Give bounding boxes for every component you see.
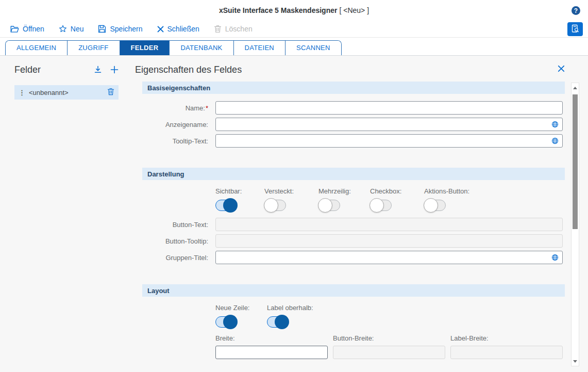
tab-dateien[interactable]: DATEIEN — [234, 41, 285, 55]
sichtbar-toggle[interactable] — [215, 200, 237, 211]
toggle-knob — [223, 315, 238, 329]
new-button[interactable]: Neu — [59, 25, 84, 33]
button-text-label: Button-Text: — [142, 221, 208, 229]
new-label: Neu — [71, 25, 84, 33]
globe-icon[interactable] — [551, 121, 559, 130]
anzeigename-input[interactable] — [215, 118, 563, 131]
properties-sections: Basiseigenschaften Name:* Anzeigename: T… — [142, 82, 565, 359]
title-bar: xSuite Interface 5 Maskendesigner[ <Neu>… — [0, 0, 588, 21]
layout-toggle-row: Neue Zeile: Label oberhalb: — [215, 304, 565, 328]
label-breite-col: Label-Breite: — [450, 334, 563, 359]
breite-input[interactable] — [215, 346, 328, 359]
name-label: Name:* — [142, 104, 208, 112]
globe-icon[interactable] — [551, 254, 559, 263]
gruppen-titel-input[interactable] — [215, 251, 563, 264]
tab-scannen[interactable]: SCANNEN — [285, 41, 341, 55]
label-breite-input — [450, 346, 563, 359]
button-tooltip-field-row: Button-Tooltip: — [142, 234, 565, 248]
tab-zugriff[interactable]: ZUGRIFF — [68, 41, 120, 55]
button-tooltip-input — [215, 234, 563, 248]
button-text-input — [215, 218, 563, 231]
gruppen-titel-field-row: Gruppen-Titel: — [142, 251, 565, 264]
save-label: Speichern — [110, 25, 142, 33]
checkbox-toggle[interactable] — [370, 200, 392, 211]
close-button[interactable]: Schließen — [157, 25, 199, 33]
sichtbar-toggle-group: Sichtbar: — [215, 187, 264, 211]
scroll-down-arrow-icon[interactable] — [572, 358, 579, 365]
fields-panel-title: Felder — [14, 64, 41, 75]
form-preview-button[interactable] — [567, 22, 583, 36]
label-oberhalb-toggle[interactable] — [267, 316, 289, 328]
open-label: Öffnen — [23, 25, 44, 33]
download-icon[interactable] — [94, 66, 102, 74]
star-icon — [59, 25, 67, 33]
field-item-label: <unbenannt> — [29, 89, 69, 96]
anzeigename-label: Anzeigename: — [142, 121, 208, 128]
tab-felder[interactable]: FELDER — [120, 41, 170, 55]
checkbox-toggle-group: Checkbox: — [370, 187, 424, 211]
save-icon — [98, 25, 106, 33]
app-title: xSuite Interface 5 Maskendesigner — [219, 6, 338, 14]
close-x-icon — [157, 26, 164, 33]
toggle-knob — [264, 198, 278, 213]
properties-panel: Eigenschaften des Feldes Basiseigenschaf… — [135, 62, 565, 372]
tooltip-text-field-row: Tooltip-Text: — [142, 134, 565, 148]
label-oberhalb-toggle-group: Label oberhalb: — [267, 304, 313, 328]
toggle-knob — [369, 198, 384, 213]
tab-allgemein[interactable]: ALLGEMEIN — [6, 41, 68, 55]
gruppen-titel-label: Gruppen-Titel: — [142, 254, 208, 262]
properties-panel-header: Eigenschaften des Feldes — [135, 62, 565, 77]
add-field-icon[interactable] — [110, 66, 119, 74]
open-button[interactable]: Öffnen — [10, 25, 44, 33]
required-marker: * — [206, 104, 208, 112]
delete-label: Löschen — [225, 25, 253, 33]
versteckt-label: Versteckt: — [264, 187, 318, 195]
mehrzeilig-toggle-group: Mehrzeilig: — [318, 187, 370, 211]
page-title: xSuite Interface 5 Maskendesigner[ <Neu>… — [219, 6, 369, 14]
breite-label: Breite: — [215, 334, 328, 342]
name-input[interactable] — [215, 101, 563, 115]
scroll-up-arrow-icon[interactable] — [572, 84, 579, 91]
toggle-knob — [424, 198, 438, 213]
tooltip-text-input[interactable] — [215, 134, 563, 148]
delete-field-icon[interactable] — [107, 88, 114, 98]
help-icon[interactable]: ? — [572, 6, 580, 15]
globe-icon[interactable] — [551, 137, 559, 147]
save-button[interactable]: Speichern — [98, 25, 142, 33]
checkbox-label: Checkbox: — [370, 187, 424, 195]
delete-button: Löschen — [214, 25, 253, 33]
name-field-row: Name:* — [142, 101, 565, 115]
scrollbar-thumb[interactable] — [573, 94, 578, 229]
vertical-scrollbar[interactable] — [571, 83, 579, 366]
mehrzeilig-toggle[interactable] — [318, 200, 340, 211]
toolbar: Öffnen Neu Speichern Schließen Löschen — [0, 21, 588, 38]
document-search-icon — [572, 24, 579, 35]
button-text-field-row: Button-Text: — [142, 218, 565, 231]
field-list-item[interactable]: ⋮ <unbenannt> — [14, 85, 119, 100]
tooltip-text-label: Tooltip-Text: — [142, 137, 208, 145]
aktions-button-toggle[interactable] — [424, 200, 446, 211]
properties-panel-title: Eigenschaften des Feldes — [135, 64, 242, 75]
close-properties-icon[interactable] — [558, 65, 565, 74]
darstellung-toggle-row: Sichtbar: Versteckt: Mehrzeilig: Checkbo… — [215, 187, 565, 211]
tab-datenbank[interactable]: DATENBANK — [170, 41, 233, 55]
neue-zeile-label: Neue Zeile: — [215, 304, 267, 312]
sichtbar-label: Sichtbar: — [215, 187, 264, 195]
drag-handle-icon[interactable]: ⋮ — [19, 89, 25, 96]
trash-icon — [214, 25, 222, 33]
anzeigename-field-row: Anzeigename: — [142, 118, 565, 131]
button-tooltip-label: Button-Tooltip: — [142, 237, 208, 245]
toggle-knob — [318, 198, 332, 213]
versteckt-toggle[interactable] — [264, 200, 286, 211]
close-label: Schließen — [167, 25, 199, 33]
tab-bar: ALLGEMEIN ZUGRIFF FELDER DATENBANK DATEI… — [0, 38, 588, 56]
open-folder-icon — [10, 25, 19, 33]
aktions-button-toggle-group: Aktions-Button: — [424, 187, 469, 211]
neue-zeile-toggle[interactable] — [215, 316, 237, 328]
fields-panel-header: Felder — [14, 62, 119, 77]
mehrzeilig-label: Mehrzeilig: — [318, 187, 370, 195]
button-breite-col: Button-Breite: — [333, 334, 445, 359]
versteckt-toggle-group: Versteckt: — [264, 187, 318, 211]
section-layout: Layout — [142, 284, 565, 297]
section-darstellung: Darstellung — [142, 168, 565, 180]
